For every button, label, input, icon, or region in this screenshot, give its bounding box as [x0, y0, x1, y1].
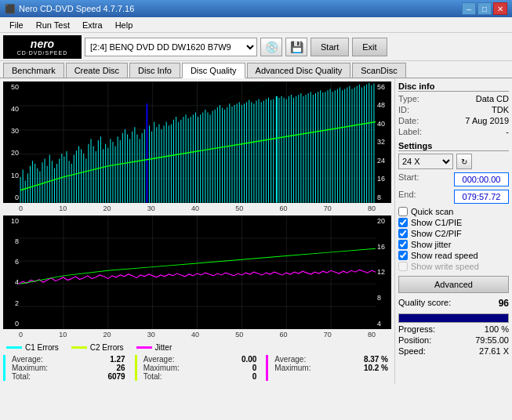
tab-create-disc[interactable]: Create Disc [66, 63, 128, 78]
jitter-stats: Average: 8.37 % Maximum: 10.2 % [266, 355, 391, 381]
refresh-button[interactable]: ↻ [456, 154, 472, 169]
top-chart-x-labels: 01020304050607080 [3, 205, 391, 212]
advanced-button[interactable]: Advanced [398, 276, 509, 293]
app-icon: ⬛ [5, 4, 16, 14]
exit-button[interactable]: Exit [352, 38, 387, 56]
disc-id-row: ID: TDK [398, 105, 509, 114]
show-c1-pie-checkbox[interactable] [398, 218, 408, 227]
show-write-speed-label: Show write speed [411, 262, 479, 271]
titlebar-controls: – □ ✕ [462, 2, 507, 15]
jitter-average-label: Average: [274, 355, 306, 364]
c1-maximum-row: Maximum: 26 [9, 364, 129, 372]
show-read-speed-label: Show read speed [411, 251, 478, 260]
show-c2-pif-checkbox[interactable] [398, 229, 408, 238]
legend-c1-label: C1 Errors [25, 343, 59, 352]
nero-logo-text: nero [31, 38, 54, 50]
menu-help[interactable]: Help [109, 19, 140, 31]
speed-select[interactable]: 24 X 8 X 16 X 32 X Max [398, 154, 453, 169]
start-time-label: Start: [398, 172, 419, 186]
disc-date-value: 7 Aug 2019 [465, 116, 509, 125]
c2-total-label: Total: [143, 372, 162, 381]
progress-bar-inner [399, 314, 508, 322]
top-chart: 50 40 30 20 10 0 [3, 81, 391, 203]
titlebar-title: ⬛ Nero CD-DVD Speed 4.7.7.16 [5, 4, 134, 14]
disc-info-section: Disc info Type: Data CD ID: TDK Date: 7 … [398, 81, 509, 136]
menu-extra[interactable]: Extra [76, 19, 109, 31]
disc-type-row: Type: Data CD [398, 94, 509, 103]
bottom-chart: 10 8 6 4 2 0 [3, 215, 391, 329]
tab-disc-info[interactable]: Disc Info [129, 63, 180, 78]
show-jitter-checkbox[interactable] [398, 240, 408, 249]
progress-row: Progress: 100 % [398, 324, 509, 334]
app-title: Nero CD-DVD Speed 4.7.7.16 [19, 4, 134, 13]
c2-stats: Average: 0.00 Maximum: 0 Total: 0 [135, 355, 260, 381]
bottom-chart-canvas [19, 215, 376, 329]
legend-c1: C1 Errors [6, 343, 59, 352]
show-c1-pie-label: Show C1/PIE [411, 218, 462, 227]
jitter-average-row: Average: 8.37 % [271, 355, 391, 364]
c1-average-label: Average: [12, 355, 43, 364]
settings-section: Settings 24 X 8 X 16 X 32 X Max ↻ Start:… [398, 141, 509, 293]
drive-select[interactable]: [2:4] BENQ DVD DD DW1620 B7W9 [85, 38, 257, 56]
chart-area: 50 40 30 20 10 0 [0, 78, 394, 384]
jitter-maximum-row: Maximum: 10.2 % [271, 364, 391, 372]
toolbar: nero CD·DVD/SPEED [2:4] BENQ DVD DD DW16… [0, 33, 512, 61]
quality-score-label: Quality score: [398, 298, 451, 309]
chart-legend: C1 Errors C2 Errors Jitter [3, 340, 391, 353]
disc-label-row: Label: - [398, 127, 509, 136]
quality-score-value: 96 [499, 298, 509, 309]
c2-total-value: 0 [252, 372, 257, 381]
disc-id-label: ID: [398, 105, 409, 114]
tab-benchmark[interactable]: Benchmark [3, 63, 64, 78]
progress-section: Progress: 100 % Position: 79:55.00 Speed… [398, 313, 509, 356]
jitter-maximum-label: Maximum: [274, 364, 310, 372]
legend-c1-color [6, 346, 22, 349]
jitter-maximum-value: 10.2 % [364, 364, 388, 372]
tab-disc-quality[interactable]: Disc Quality [182, 63, 245, 78]
c2-maximum-label: Maximum: [143, 364, 180, 372]
menu-run-test[interactable]: Run Test [30, 19, 76, 31]
titlebar: ⬛ Nero CD-DVD Speed 4.7.7.16 – □ ✕ [0, 0, 512, 17]
c2-maximum-value: 0 [252, 364, 257, 372]
c2-total-row: Total: 0 [140, 372, 260, 381]
position-row: Position: 79:55.00 [398, 335, 509, 345]
disc-icon-button[interactable]: 💿 [260, 38, 282, 56]
legend-c2: C2 Errors [71, 343, 124, 352]
c1-average-value: 1.27 [110, 355, 125, 364]
minimize-button[interactable]: – [462, 2, 476, 15]
start-button[interactable]: Start [310, 38, 349, 56]
progress-label: Progress: [398, 324, 435, 334]
show-c2-pif-row: Show C2/PIF [398, 229, 509, 238]
save-button[interactable]: 💾 [285, 38, 307, 56]
stats-section: Average: 1.27 Maximum: 26 Total: 6079 Av… [3, 355, 391, 381]
disc-disc-label-label: Label: [398, 127, 422, 136]
c1-total-value: 6079 [107, 372, 125, 381]
top-chart-canvas [19, 81, 376, 203]
quality-score-row: Quality score: 96 [398, 298, 509, 309]
tab-scandisc[interactable]: ScanDisc [352, 63, 405, 78]
speed-label: Speed: [398, 346, 426, 356]
start-time-input[interactable] [454, 172, 509, 186]
quick-scan-checkbox[interactable] [398, 207, 408, 216]
close-button[interactable]: ✕ [493, 2, 507, 15]
bottom-chart-x-labels: 01020304050607080 [3, 331, 391, 339]
c1-maximum-value: 26 [117, 364, 125, 372]
legend-c2-color [71, 346, 87, 349]
show-c1-pie-row: Show C1/PIE [398, 218, 509, 227]
end-time-row: End: [398, 190, 509, 204]
maximize-button[interactable]: □ [478, 2, 492, 15]
menu-file[interactable]: File [3, 19, 30, 31]
show-read-speed-row: Show read speed [398, 251, 509, 260]
tab-advanced-disc-quality[interactable]: Advanced Disc Quality [247, 63, 351, 78]
c2-average-row: Average: 0.00 [140, 355, 260, 364]
c2-average-label: Average: [143, 355, 175, 364]
c2-average-value: 0.00 [241, 355, 256, 364]
disc-info-title: Disc info [398, 81, 509, 92]
c1-total-label: Total: [12, 372, 31, 381]
end-time-input[interactable] [454, 190, 509, 204]
show-write-speed-checkbox[interactable] [398, 262, 408, 271]
show-read-speed-checkbox[interactable] [398, 251, 408, 260]
nero-logo: nero CD·DVD/SPEED [3, 35, 82, 59]
top-chart-y-left: 50 40 30 20 10 0 [3, 81, 19, 203]
disc-id-value: TDK [492, 105, 509, 114]
